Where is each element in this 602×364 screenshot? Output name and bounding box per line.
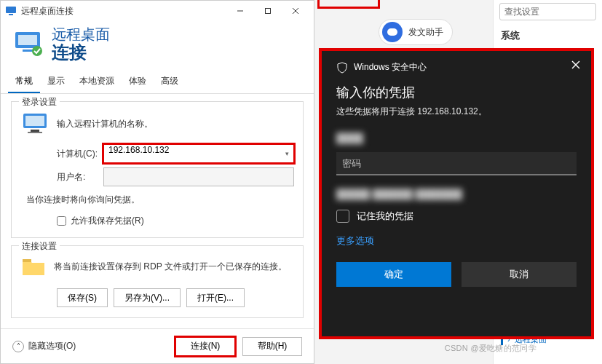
username-label: 用户名:	[57, 171, 103, 183]
blurred-domain-text: █████ ██████ ███████	[336, 189, 577, 199]
security-heading: 输入你的凭据	[336, 84, 577, 101]
remember-checkbox[interactable]	[336, 210, 349, 223]
svg-rect-1	[9, 14, 13, 15]
save-as-button[interactable]: 另存为(V)...	[114, 288, 181, 307]
rdc-window: 远程桌面连接 远程桌面 连接 常规 显示 本地资源 体验 高级 登录设置 输入远…	[0, 0, 314, 364]
close-button[interactable]	[282, 1, 309, 21]
computer-input[interactable]: 192.168.10.132 ▾	[103, 144, 294, 163]
settings-search[interactable]: 查找设置	[499, 3, 596, 20]
help-button[interactable]: 帮助(H)	[242, 337, 302, 356]
rdc-header-icon	[12, 28, 44, 60]
connection-settings-group: 连接设置 将当前连接设置保存到 RDP 文件或打开一个已保存的连接。 保存(S)…	[11, 245, 304, 318]
svg-rect-13	[28, 132, 42, 133]
tab-display[interactable]: 显示	[40, 71, 72, 93]
login-prompt: 输入远程计算机的名称。	[57, 118, 153, 130]
security-dialog-highlight: Windows 安全中心 输入你的凭据 这些凭据将用于连接 192.168.10…	[319, 48, 594, 339]
assistant-avatar-icon	[382, 22, 403, 42]
svg-rect-11	[25, 116, 44, 126]
computer-value: 192.168.10.132	[108, 145, 169, 155]
chevron-down-icon[interactable]: ▾	[285, 150, 289, 157]
connect-button[interactable]: 连接(N)	[175, 337, 235, 356]
save-credentials-box[interactable]	[57, 216, 66, 226]
assistant-label: 发文助手	[408, 26, 443, 39]
header-line2: 连接	[52, 43, 110, 62]
settings-system-heading: 系统	[501, 29, 595, 42]
svg-point-9	[32, 46, 42, 56]
remember-label: 记住我的凭据	[357, 210, 413, 223]
svg-rect-14	[23, 259, 31, 262]
shield-icon	[336, 62, 348, 74]
security-subtext: 这些凭据将用于连接 192.168.10.132。	[336, 106, 577, 118]
maximize-button[interactable]	[254, 1, 282, 21]
rdc-header: 远程桌面 连接	[1, 21, 314, 71]
conn-desc: 将当前连接设置保存到 RDP 文件或打开一个已保存的连接。	[54, 261, 287, 273]
rdc-app-icon	[5, 5, 17, 17]
svg-rect-12	[31, 130, 39, 132]
conn-group-title: 连接设置	[19, 240, 60, 253]
watermark-text: CSDN @爱吃糖的范同学	[445, 343, 536, 354]
save-credentials-label: 允许我保存凭据(R)	[71, 215, 144, 227]
cancel-button[interactable]: 取消	[462, 262, 577, 287]
security-close-button[interactable]	[566, 55, 585, 74]
computer-label: 计算机(C):	[57, 148, 103, 160]
chevron-up-icon: ˄	[12, 341, 24, 352]
credentials-note: 当你连接时将向你询问凭据。	[26, 194, 294, 206]
hide-options-toggle[interactable]: ˄ 隐藏选项(O)	[12, 340, 76, 352]
search-placeholder-text: 查找设置	[504, 6, 539, 18]
svg-rect-3	[266, 9, 271, 14]
tab-experience[interactable]: 体验	[122, 71, 154, 93]
tab-advanced[interactable]: 高级	[154, 71, 186, 93]
more-options-link[interactable]: 更多选项	[336, 234, 374, 248]
save-credentials-checkbox[interactable]: 允许我保存凭据(R)	[57, 215, 294, 227]
svg-rect-7	[18, 35, 37, 45]
security-title: Windows 安全中心	[354, 61, 427, 74]
tabs: 常规 显示 本地资源 体验 高级	[1, 71, 314, 94]
folder-icon	[20, 253, 47, 280]
titlebar: 远程桌面连接	[1, 1, 314, 21]
open-button[interactable]: 打开(E)...	[186, 288, 245, 307]
password-input[interactable]	[336, 152, 577, 175]
security-title-row: Windows 安全中心	[336, 61, 577, 74]
header-line1: 远程桌面	[52, 25, 110, 43]
tab-general[interactable]: 常规	[8, 71, 40, 93]
login-group-title: 登录设置	[19, 96, 60, 108]
monitor-icon	[20, 109, 49, 138]
window-controls	[226, 1, 309, 21]
svg-rect-0	[6, 7, 16, 13]
windows-security-dialog: Windows 安全中心 输入你的凭据 这些凭据将用于连接 192.168.10…	[322, 51, 591, 336]
minimize-button[interactable]	[226, 1, 254, 21]
ok-button[interactable]: 确定	[336, 262, 451, 287]
rdc-footer: ˄ 隐藏选项(O) 连接(N) 帮助(H)	[1, 328, 314, 363]
username-input[interactable]	[103, 167, 294, 186]
assistant-chip[interactable]: 发文助手	[379, 19, 453, 45]
window-title: 远程桌面连接	[21, 5, 74, 17]
login-settings-group: 登录设置 输入远程计算机的名称。 计算机(C): 192.168.10.132 …	[11, 101, 304, 238]
hide-options-label: 隐藏选项(O)	[28, 340, 76, 352]
highlight-fragment	[317, 0, 380, 9]
remember-credentials[interactable]: 记住我的凭据	[336, 210, 577, 223]
tab-local-resources[interactable]: 本地资源	[72, 71, 122, 93]
save-button[interactable]: 保存(S)	[57, 288, 108, 307]
svg-rect-8	[23, 50, 33, 52]
blurred-username: ████	[336, 132, 577, 143]
